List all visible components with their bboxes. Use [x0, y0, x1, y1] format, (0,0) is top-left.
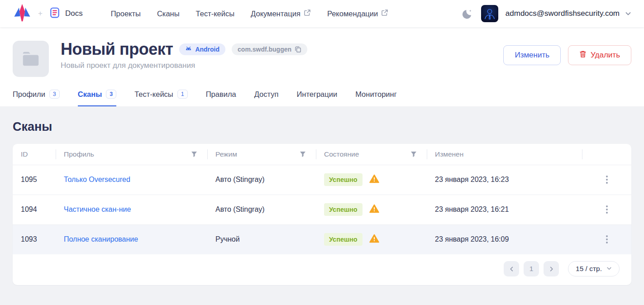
tab-scans[interactable]: Сканы 3 — [78, 90, 116, 106]
edit-button-label: Изменить — [515, 51, 549, 60]
page-size-select[interactable]: 15 / стр. — [568, 261, 620, 276]
nav-item-scans[interactable]: Сканы — [157, 9, 180, 18]
warning-icon — [369, 174, 379, 185]
brand-label: Docs — [65, 9, 83, 18]
nav-item-recommendations[interactable]: Рекомендации — [327, 9, 388, 18]
delete-button[interactable]: Удалить — [568, 45, 631, 65]
column-header-modified: Изменен — [435, 150, 463, 158]
brand[interactable]: + Docs — [13, 3, 83, 24]
table-row[interactable]: 1093 Полное сканирование Ручной Успешно … — [13, 224, 631, 254]
scans-table-card: ID Профиль Режим Состояние — [13, 144, 631, 285]
tab-rules[interactable]: Правила — [206, 90, 236, 106]
scan-profile-link[interactable]: Полное сканирование — [64, 235, 138, 243]
tab-count-badge: 3 — [49, 90, 60, 99]
scans-table: ID Профиль Режим Состояние — [13, 144, 631, 254]
page-size-value: 15 / стр. — [576, 265, 602, 273]
external-link-icon — [304, 9, 311, 18]
scan-modified: 23 января 2023, 16:23 — [427, 165, 582, 195]
dark-mode-toggle-moon-icon[interactable] — [462, 8, 474, 19]
tab-label: Доступ — [254, 90, 279, 99]
project-header: Новый проект Android com.swdf.buggen — [0, 27, 644, 77]
platform-badge-label: Android — [195, 46, 219, 53]
project-description: Новый проект для документирования — [61, 61, 307, 70]
tab-label: Профили — [13, 90, 45, 99]
android-icon — [185, 46, 192, 53]
row-menu-kebab-icon[interactable] — [603, 233, 611, 246]
nav-item-projects[interactable]: Проекты — [111, 9, 141, 18]
tab-label: Сканы — [78, 90, 102, 99]
tab-count-badge: 3 — [106, 90, 116, 99]
delete-button-label: Удалить — [591, 51, 620, 60]
user-avatar[interactable] — [481, 5, 498, 22]
scan-id: 1093 — [13, 224, 56, 254]
pagination-prev-button[interactable] — [504, 261, 519, 276]
pagination-next-button[interactable] — [544, 261, 559, 276]
status-badge: Успешно — [324, 173, 363, 186]
table-row[interactable]: 1094 Частичное скан-ние Авто (Stingray) … — [13, 195, 631, 224]
filter-icon[interactable] — [190, 150, 198, 158]
platform-badge: Android — [179, 43, 225, 55]
plus-separator: + — [38, 9, 43, 18]
filter-icon[interactable] — [410, 150, 418, 158]
scans-content: Сканы ID Профиль Режим — [0, 120, 644, 285]
project-folder-icon — [13, 41, 49, 77]
row-menu-kebab-icon[interactable] — [603, 173, 611, 186]
warning-icon — [369, 204, 379, 215]
project-actions: Изменить Удалить — [503, 41, 631, 65]
user-menu-chevron-down-icon[interactable] — [625, 10, 631, 17]
tab-label: Мониторинг — [355, 90, 397, 99]
warning-icon — [369, 234, 379, 245]
chevron-down-icon — [606, 265, 612, 273]
nav-item-documentation[interactable]: Документация — [251, 9, 311, 18]
nav-item-testcases[interactable]: Тест-кейсы — [196, 9, 235, 18]
nav-item-label: Документация — [251, 10, 301, 18]
tab-profiles[interactable]: Профили 3 — [13, 90, 60, 106]
nav-item-label: Проекты — [111, 10, 141, 18]
scan-mode: Авто (Stingray) — [207, 165, 316, 195]
scan-modified: 23 января 2023, 16:09 — [427, 224, 582, 254]
trash-icon — [579, 50, 587, 60]
nav-item-label: Сканы — [157, 10, 180, 18]
navbar-right: admdocs@swordfishsecurity.com — [462, 5, 631, 22]
package-badge: com.swdf.buggen — [232, 43, 307, 55]
pagination-page-button[interactable]: 1 — [524, 261, 539, 276]
section-title: Сканы — [13, 120, 631, 134]
main-nav: Проекты Сканы Тест-кейсы Документация Ре… — [111, 9, 389, 18]
swordfish-logo-icon — [13, 3, 32, 24]
scan-profile-link[interactable]: Только Oversecured — [64, 176, 130, 183]
scan-id: 1095 — [13, 165, 56, 195]
project-title: Новый проект — [61, 41, 173, 58]
pagination: 1 15 / стр. — [13, 254, 631, 285]
scan-mode: Ручной — [207, 224, 316, 254]
scan-profile-link[interactable]: Частичное скан-ние — [64, 205, 131, 213]
tab-monitoring[interactable]: Мониторинг — [355, 90, 397, 106]
user-email[interactable]: admdocs@swordfishsecurity.com — [506, 9, 620, 18]
copy-icon[interactable] — [295, 46, 301, 52]
filter-icon[interactable] — [299, 150, 307, 158]
scan-id: 1094 — [13, 195, 56, 224]
column-header-mode: Режим — [215, 150, 237, 158]
tab-testcases[interactable]: Тест-кейсы 1 — [134, 90, 188, 106]
edit-button[interactable]: Изменить — [503, 45, 561, 65]
tab-integrations[interactable]: Интеграции — [296, 90, 337, 106]
project-info: Новый проект Android com.swdf.buggen — [61, 41, 307, 70]
tab-count-badge: 1 — [177, 90, 188, 99]
tab-label: Интеграции — [296, 90, 337, 99]
nav-item-label: Тест-кейсы — [196, 10, 235, 18]
tab-label: Тест-кейсы — [134, 90, 173, 99]
table-header-row: ID Профиль Режим Состояние — [13, 144, 631, 165]
top-navbar: + Docs Проекты Сканы Тест-кейсы Документ… — [0, 0, 644, 27]
tab-access[interactable]: Доступ — [254, 90, 279, 106]
scan-mode: Авто (Stingray) — [207, 195, 316, 224]
row-menu-kebab-icon[interactable] — [603, 203, 611, 216]
nav-item-label: Рекомендации — [327, 10, 378, 18]
table-row[interactable]: 1095 Только Oversecured Авто (Stingray) … — [13, 165, 631, 195]
column-header-profile: Профиль — [64, 150, 94, 158]
package-name: com.swdf.buggen — [238, 46, 291, 53]
status-badge: Успешно — [324, 203, 363, 216]
column-header-status: Состояние — [324, 150, 359, 158]
scan-modified: 23 января 2023, 16:21 — [427, 195, 582, 224]
external-link-icon — [381, 9, 388, 18]
project-tabs: Профили 3 Сканы 3 Тест-кейсы 1 Правила Д… — [0, 77, 644, 106]
column-header-id: ID — [21, 150, 28, 158]
